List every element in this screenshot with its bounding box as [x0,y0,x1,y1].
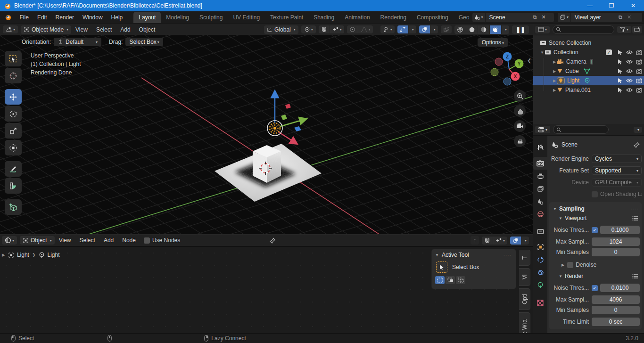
outliner-search-input[interactable] [553,25,614,34]
tab-constraints[interactable] [533,253,547,266]
tool-rotate[interactable] [5,106,22,122]
vp-noise-threshold-value[interactable]: 0.1000 [600,226,640,234]
tab-scene[interactable] [533,195,547,208]
properties-search-input[interactable] [553,125,609,134]
tab-collection-props[interactable] [533,225,547,238]
axis-y-neg-ball[interactable] [491,68,498,76]
menu-file[interactable]: File [16,12,33,23]
light-expand-arrow[interactable]: ▶ [552,79,557,83]
shader-snap-target-dropdown[interactable]: ▾ [493,237,507,245]
tool-cursor[interactable] [5,68,22,83]
scene-name[interactable]: Scene [486,14,531,21]
transform-orientation-dropdown[interactable]: Global▾ [264,25,298,34]
outliner-editor-type-button[interactable]: ▾ [535,26,550,33]
menu-help[interactable]: Help [107,12,127,23]
scene-unlink-icon[interactable]: ✕ [539,14,548,20]
sidebar-tab-options[interactable]: Opti [519,288,530,310]
tab-layout[interactable]: Layout [133,12,161,23]
tool-move[interactable] [5,89,22,105]
xray-toggle[interactable] [441,25,452,33]
outliner-row-scene-collection[interactable]: Scene Collection [533,38,644,48]
render-engine-dropdown[interactable]: Cycles▾ [592,155,642,163]
selectable-icon[interactable] [618,49,623,55]
tab-uv-editing[interactable]: UV Editing [228,12,265,23]
show-overlays-toggle[interactable] [419,25,430,33]
tab-view-layer[interactable] [533,182,547,195]
viewlayer-copy-icon[interactable]: ⧉ [616,14,625,20]
tab-texture-paint[interactable]: Texture Paint [265,12,308,23]
menu-edit[interactable]: Edit [33,12,51,23]
shading-solid-button[interactable] [466,25,478,34]
tool-annotate[interactable] [5,161,22,177]
tool-transform[interactable] [5,140,22,155]
render-camera-icon[interactable] [636,50,642,55]
outliner-row-camera[interactable]: ▶ Camera [533,57,644,66]
zoom-icon[interactable] [514,90,526,102]
selectable-icon[interactable] [618,59,623,65]
transform-pivot-dropdown[interactable]: ▾ [301,25,316,33]
tab-shading[interactable]: Shading [308,12,339,23]
collection-checkbox[interactable]: ✓ [606,49,612,55]
pin-icon[interactable] [270,237,276,244]
properties-breadcrumb[interactable]: Scene [561,141,578,148]
cube-expand-arrow[interactable]: ▶ [552,69,557,74]
blender-menu-icon[interactable] [4,13,12,21]
snap-target-dropdown[interactable]: ▾ [330,25,344,33]
pin-icon[interactable] [634,142,640,148]
render-camera-icon[interactable] [636,78,642,83]
viewport-menu-select[interactable]: Select [92,25,116,34]
tab-world[interactable] [533,208,547,220]
overlays-dropdown[interactable]: ▾ [430,25,438,33]
navigation-gizmo[interactable]: Z Y X [482,49,533,94]
shader-type-dropdown[interactable]: Object▾ [20,236,55,245]
tool-select-box[interactable] [5,51,22,66]
shader-menu-node[interactable]: Node [118,236,140,245]
tab-animation[interactable]: Animation [339,12,375,23]
tab-tool[interactable] [533,141,547,154]
shading-rendered-button[interactable] [490,25,502,34]
visibility-eye-icon[interactable] [626,50,633,55]
camera-expand-arrow[interactable]: ▶ [552,60,557,64]
use-nodes-checkbox[interactable] [144,237,150,244]
ortho-perspective-icon[interactable] [514,135,526,147]
proportional-falloff-dropdown[interactable]: ▾ [358,25,373,33]
shader-menu-select[interactable]: Select [75,236,99,245]
show-gizmo-visibility-dropdown[interactable]: ▾ [380,25,395,33]
visibility-eye-icon[interactable] [626,69,633,74]
rd-noise-threshold-value[interactable]: 0.0100 [600,284,640,292]
tab-geometry-nodes[interactable]: Geometry Noc [454,12,469,23]
outliner-row-cube[interactable]: ▶ Cube [533,66,644,76]
vp-noise-threshold-checkbox[interactable]: ✓ [592,227,598,233]
axis-x-neg-ball[interactable] [495,58,503,65]
viewport-subpanel-header[interactable]: ▼ Viewport [549,213,640,223]
panel-grip[interactable]: ···· [504,253,512,258]
shader-editor-canvas[interactable]: ▶ Light ❯ Light ▼ Active Tool ···· Selec… [0,246,533,333]
tab-physics[interactable] [533,266,547,279]
vp-denoise-checkbox[interactable] [567,262,573,268]
rd-min-samples-value[interactable]: 0 [592,306,640,314]
shader-snap-toggle[interactable] [482,237,493,245]
tab-compositing[interactable]: Compositing [412,12,454,23]
viewport-menu-object[interactable]: Object [135,25,160,34]
outliner-row-light[interactable]: ▶ Light [533,76,644,85]
tab-sculpting[interactable]: Sculpting [194,12,228,23]
visibility-eye-icon[interactable] [626,59,633,64]
visibility-eye-icon[interactable] [626,78,633,83]
minimize-button[interactable]: — [579,0,601,11]
tool-scale[interactable] [5,123,22,139]
tab-render[interactable] [533,157,547,170]
shader-menu-view[interactable]: View [55,236,75,245]
breadcrumb-expand-arrow[interactable]: ▶ [2,253,5,257]
feature-set-dropdown[interactable]: Supported▾ [592,166,642,175]
orientation-dropdown[interactable]: Default▾ [54,38,101,46]
rd-time-limit-value[interactable]: 0 sec [592,318,640,326]
mode-dropdown[interactable]: Object Mode▾ [21,25,71,34]
shading-wireframe-button[interactable] [454,25,466,34]
vp-max-samples-value[interactable]: 1024 [592,237,640,246]
selectable-icon[interactable] [618,78,623,83]
viewlayer-browse-icon[interactable]: ▾ [558,13,571,22]
active-tool-header[interactable]: ▼ Active Tool ···· [435,252,512,258]
properties-editor-type-button[interactable]: ▾ [535,126,550,133]
viewport-menu-view[interactable]: View [71,25,92,34]
panel-grip[interactable]: ···· [631,206,639,212]
